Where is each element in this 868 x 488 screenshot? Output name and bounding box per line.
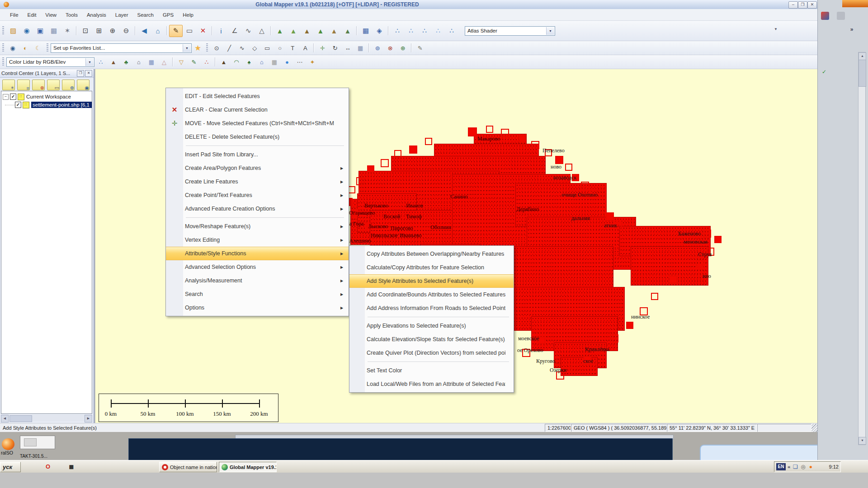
measure-icon[interactable]: ∠ <box>228 25 241 37</box>
ctx-options[interactable]: Options▶ <box>166 301 349 314</box>
sub-copy-attributes-between-overlapping-nearby[interactable]: Copy Attributes Between Overlapping/Near… <box>349 247 514 261</box>
menu-view[interactable]: View <box>41 10 61 19</box>
lidar-classify-ground-icon[interactable]: ∴ <box>404 25 418 37</box>
shader-combobox[interactable]: Atlas Shader▼ <box>465 26 555 36</box>
scroll-left-icon[interactable]: ◀ <box>1 415 9 422</box>
ctx-create-line-features[interactable]: Create Line Features▶ <box>166 175 349 188</box>
right-app-icon2[interactable] <box>837 12 845 20</box>
language-indicator[interactable]: EN <box>776 463 786 470</box>
layer-tree[interactable]: − ✓ ∷ Current Workspace ✓ ∷ settlement-p… <box>1 91 92 414</box>
license-tool-icon[interactable]: ✦ <box>306 56 319 67</box>
projection-config-icon[interactable]: ◐ <box>19 42 32 53</box>
toolbar-grip[interactable] <box>206 43 208 52</box>
menu-search[interactable]: Search <box>133 10 158 19</box>
select-features-icon[interactable]: ▭ <box>183 25 196 37</box>
toolbar-grip[interactable] <box>47 43 48 52</box>
resize-grip[interactable] <box>811 424 817 432</box>
lidar-classify-noise-icon[interactable]: ∴ <box>418 25 431 37</box>
ctx-attribute-style-functions[interactable]: Attribute/Style Functions▶ <box>166 247 349 260</box>
maximize-button[interactable]: ❐ <box>798 1 807 9</box>
ctx-advanced-selection-options[interactable]: Advanced Selection Options▶ <box>166 260 349 274</box>
view-shed-icon[interactable]: △ <box>255 25 269 37</box>
avast-tray-icon[interactable]: ● <box>807 464 814 470</box>
control-center-titlebar[interactable]: Control Center (1 Layers, 1 S... ❐ ✕ <box>0 69 94 78</box>
lidar-points-icon[interactable]: ∴ <box>94 56 107 67</box>
right-app-scrollbar[interactable]: ▲ ▼ <box>858 52 866 445</box>
lidar-ground-icon[interactable]: ▲ <box>107 56 120 67</box>
digitizer-icon[interactable]: ✎ <box>169 25 183 37</box>
combo-arrow-icon[interactable]: ▼ <box>85 58 94 66</box>
menu-tools[interactable]: Tools <box>61 10 82 19</box>
title-bar[interactable]: Global Mapper v19.1 (b021218) [+OTF] [+L… <box>0 0 817 9</box>
taskbar-button-global-mapper-v19-1[interactable]: Global Mapper v19.1 (... <box>219 462 277 472</box>
toolbar-grip[interactable] <box>2 57 4 66</box>
network-tray-icon[interactable]: ❏ <box>792 464 798 470</box>
save-workspace-icon[interactable]: ▣ <box>33 25 47 37</box>
ctx-create-area-polygon-features[interactable]: Create Area/Polygon Features▶ <box>166 161 349 175</box>
draw-area-note-icon[interactable]: A <box>299 42 311 53</box>
terrain-compare-icon[interactable]: ▲ <box>314 25 327 37</box>
back-view-icon[interactable]: ◀ <box>137 25 151 37</box>
tree-expand-icon[interactable]: − <box>3 94 9 100</box>
terrain-flatten-icon[interactable]: ▲ <box>341 25 354 37</box>
mesh-3d-icon[interactable]: ◈ <box>373 25 386 37</box>
ctx-insert-pad-site-from-library[interactable]: Insert Pad Site from Library... <box>166 148 349 161</box>
terrain-paint-icon[interactable]: ▲ <box>217 56 230 67</box>
terrain-sweep-icon[interactable]: ◠ <box>230 56 243 67</box>
combo-arrow-icon[interactable]: ▼ <box>183 44 191 52</box>
menu-help[interactable]: Help <box>178 10 198 19</box>
favorites-combobox[interactable]: Set up Favorites List...▼ <box>51 43 192 53</box>
sub-create-quiver-plot-direction-vectors-from-[interactable]: Create Quiver Plot (Direction Vectors) f… <box>349 346 514 360</box>
create-grid-icon[interactable]: ▦ <box>359 25 373 37</box>
draw-polygon-icon[interactable]: ◇ <box>248 42 261 53</box>
building-extract-icon[interactable]: ⌂ <box>255 56 268 67</box>
chevron-more-icon[interactable]: » <box>848 25 856 33</box>
ctx-create-point-text-features[interactable]: Create Point/Text Features▶ <box>166 188 349 202</box>
sub-set-text-color[interactable]: Set Text Color <box>349 364 514 377</box>
move-feature-icon[interactable]: ✛ <box>316 42 329 53</box>
feature-info-icon[interactable]: i <box>214 25 228 37</box>
toolbar-overflow-icon[interactable]: ▼ <box>774 27 778 31</box>
menu-file[interactable]: File <box>5 10 23 19</box>
water-tools-icon[interactable]: ● <box>281 56 293 67</box>
menu-gps[interactable]: GPS <box>158 10 178 19</box>
layer-selection-icon[interactable]: ▭ <box>47 80 60 90</box>
favorites-star-icon[interactable]: ★ <box>194 43 201 53</box>
layer-label[interactable]: settlement-point.shp [6,1 <box>31 102 92 108</box>
lidar-filter-icon[interactable]: ▽ <box>175 56 188 67</box>
scroll-up-icon[interactable]: ▲ <box>859 52 866 60</box>
layer-visibility-icon[interactable]: ◉ <box>77 80 90 90</box>
draw-trace-icon[interactable]: ∿ <box>236 42 248 53</box>
open-workspace-icon[interactable]: ▨ <box>6 25 20 37</box>
vertex-delete-icon[interactable]: ⊗ <box>384 42 396 53</box>
scroll-down-icon[interactable]: ▼ <box>859 437 866 445</box>
scroll-thumb[interactable] <box>9 415 32 422</box>
vertex-edit-icon[interactable]: ⊚ <box>371 42 384 53</box>
ctx-vertex-editing[interactable]: Vertex Editing▶ <box>166 233 349 247</box>
opera-quicklaunch-icon[interactable]: O <box>44 463 52 471</box>
home-view-icon[interactable]: ⌂ <box>151 25 165 37</box>
lidar-color-combobox[interactable]: Color Lidar by RGB/Elev▼ <box>6 57 94 67</box>
ctx-clear-clear-current-selection[interactable]: ✕CLEAR - Clear Current Selection <box>166 103 349 117</box>
sub-add-address-information-from-roads-to-sele[interactable]: Add Address Information From Roads to Se… <box>349 301 514 315</box>
menu-layer[interactable]: Layer <box>111 10 133 19</box>
menu-edit[interactable]: Edit <box>23 10 41 19</box>
path-profile-icon[interactable]: ∿ <box>241 25 255 37</box>
point-cloud-more-icon[interactable]: ⋯ <box>293 56 306 67</box>
lidar-extract-icon[interactable]: ∴ <box>431 25 445 37</box>
grid-tools-icon[interactable]: ▦ <box>268 56 281 67</box>
layer-checkbox[interactable]: ✓ <box>15 102 21 108</box>
tray-collapse-icon[interactable]: « <box>788 464 790 469</box>
tree-row-workspace[interactable]: − ✓ ∷ Current Workspace <box>1 93 92 101</box>
panel-close-button[interactable]: ✕ <box>85 70 92 77</box>
zoom-out-icon[interactable]: ⊖ <box>119 25 133 37</box>
taskbar-button-object-name-in-national-l[interactable]: Object name in national l... <box>159 462 217 472</box>
draw-text-icon[interactable]: T <box>286 42 299 53</box>
close-layer-icon[interactable]: ⊗ <box>32 80 45 90</box>
zoom-to-layer-icon[interactable]: ⊕ <box>62 80 75 90</box>
load-web-data-icon[interactable]: ◉ <box>20 25 33 37</box>
ctx-advanced-feature-creation-options[interactable]: Advanced Feature Creation Options▶ <box>166 202 349 216</box>
stretch-feature-icon[interactable]: ↔ <box>341 42 354 53</box>
draw-rectangle-icon[interactable]: ▭ <box>261 42 274 53</box>
combo-arrow-icon[interactable]: ▼ <box>546 27 554 35</box>
